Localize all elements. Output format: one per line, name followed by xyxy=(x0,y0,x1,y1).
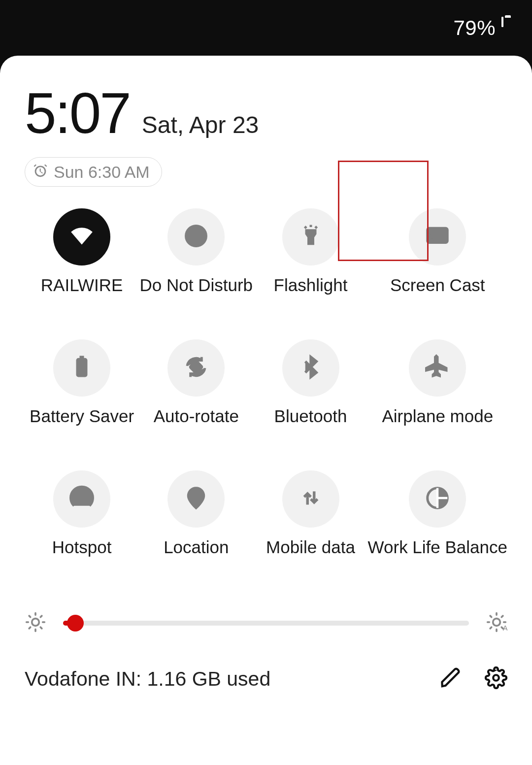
tile-label: Location xyxy=(164,537,229,557)
svg-line-22 xyxy=(29,627,31,629)
tile-airplane[interactable]: Airplane mode xyxy=(368,339,507,426)
svg-point-15 xyxy=(32,619,39,626)
svg-line-20 xyxy=(29,616,31,617)
svg-line-23 xyxy=(40,616,42,617)
work-life-balance-icon xyxy=(424,485,451,513)
tile-label: Work Life Balance xyxy=(368,537,507,557)
status-bar: 79% xyxy=(0,0,532,56)
svg-line-21 xyxy=(40,627,42,629)
battery-percent: 79% xyxy=(453,16,496,40)
alarm-clock-icon xyxy=(32,162,49,182)
hotspot-icon xyxy=(68,485,95,513)
alarm-chip[interactable]: Sun 6:30 AM xyxy=(25,157,162,187)
tile-label: Battery Saver xyxy=(30,406,134,426)
tile-label: Screen Cast xyxy=(390,275,485,295)
time-text[interactable]: 5:07 xyxy=(25,80,130,146)
wifi-icon xyxy=(68,223,95,251)
tile-label: Flashlight xyxy=(274,275,348,295)
svg-line-32 xyxy=(501,616,503,617)
tile-autorotate[interactable]: Auto-rotate xyxy=(139,339,253,426)
quick-tiles-grid: RAILWIRE Do Not Disturb Flashlight Scree… xyxy=(25,208,507,557)
dnd-icon xyxy=(183,223,209,251)
battery-saver-icon xyxy=(68,354,95,382)
alarm-label: Sun 6:30 AM xyxy=(54,163,150,182)
tile-label: Do Not Disturb xyxy=(140,275,253,295)
svg-line-29 xyxy=(490,616,492,617)
brightness-low-icon xyxy=(25,611,46,635)
flashlight-icon xyxy=(298,223,324,251)
tile-bluetooth[interactable]: Bluetooth xyxy=(253,339,367,426)
svg-point-24 xyxy=(493,619,500,626)
location-icon xyxy=(183,485,209,513)
tile-worklife[interactable]: Work Life Balance xyxy=(368,470,507,557)
svg-line-4 xyxy=(315,227,317,228)
tile-screencast[interactable]: Screen Cast xyxy=(368,208,507,295)
cast-icon xyxy=(424,223,451,251)
data-usage-text[interactable]: Vodafone IN: 1.16 GB used xyxy=(25,667,270,691)
battery-icon xyxy=(501,18,514,38)
tile-label: Mobile data xyxy=(266,537,355,557)
svg-point-34 xyxy=(493,675,499,681)
auto-rotate-icon xyxy=(183,354,209,382)
bottom-row: Vodafone IN: 1.16 GB used xyxy=(25,666,507,691)
tile-label: Hotspot xyxy=(52,537,112,557)
clock-row: 5:07 Sat, Apr 23 xyxy=(25,80,507,146)
svg-text:A: A xyxy=(503,624,507,632)
tile-mobiledata[interactable]: Mobile data xyxy=(253,470,367,557)
svg-point-6 xyxy=(428,240,430,243)
settings-icon[interactable] xyxy=(485,666,507,691)
svg-line-31 xyxy=(490,627,492,629)
svg-line-3 xyxy=(304,227,306,228)
svg-point-13 xyxy=(193,493,199,499)
airplane-icon xyxy=(424,354,451,382)
date-text[interactable]: Sat, Apr 23 xyxy=(142,111,259,138)
brightness-row: A xyxy=(25,611,507,635)
brightness-slider[interactable] xyxy=(63,615,469,632)
quick-settings-panel: 5:07 Sat, Apr 23 Sun 6:30 AM RAILWIRE Do… xyxy=(0,56,532,765)
tile-label: Auto-rotate xyxy=(154,406,239,426)
edit-tiles-icon[interactable] xyxy=(439,666,462,691)
bluetooth-icon xyxy=(298,354,324,382)
tile-batterysaver[interactable]: Battery Saver xyxy=(25,339,139,426)
tile-hotspot[interactable]: Hotspot xyxy=(25,470,139,557)
brightness-thumb[interactable] xyxy=(67,615,84,632)
auto-brightness-icon[interactable]: A xyxy=(486,611,507,635)
tile-label: Bluetooth xyxy=(274,406,347,426)
tile-flashlight[interactable]: Flashlight xyxy=(253,208,367,295)
mobile-data-icon xyxy=(298,485,324,513)
tile-label: RAILWIRE xyxy=(41,275,123,295)
tile-location[interactable]: Location xyxy=(139,470,253,557)
tile-wifi[interactable]: RAILWIRE xyxy=(25,208,139,295)
tile-label: Airplane mode xyxy=(382,406,493,426)
tile-dnd[interactable]: Do Not Disturb xyxy=(139,208,253,295)
